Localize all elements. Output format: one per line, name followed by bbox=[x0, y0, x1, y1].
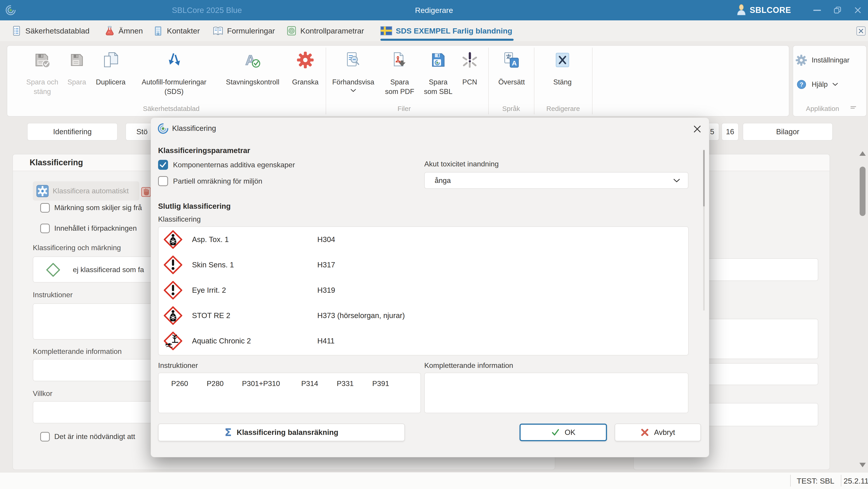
settings-button[interactable]: Inställningar bbox=[796, 54, 849, 66]
tab-label: Kontrollparametrar bbox=[300, 27, 364, 35]
classification-row[interactable]: Asp. Tox. 1 H304 bbox=[158, 227, 688, 252]
classification-row[interactable]: Eye Irrit. 2 H319 bbox=[158, 278, 688, 303]
pcn-button[interactable]: PCN bbox=[457, 50, 482, 107]
user-account-icon[interactable] bbox=[736, 4, 747, 16]
autofill-formulations-button[interactable]: Autofill-formuleringar(SDS) bbox=[130, 50, 218, 107]
save-and-close-button: Spara ochstäng bbox=[20, 50, 65, 107]
labeling-differs-checkbox[interactable] bbox=[40, 203, 50, 212]
group-options-icon[interactable] bbox=[850, 106, 857, 111]
p-code: P331 bbox=[337, 379, 354, 388]
tab-label: SDS EXEMPEL Farlig blandning bbox=[396, 27, 512, 35]
check-icon bbox=[551, 428, 560, 437]
environment-indicator: TEST: SBL bbox=[794, 472, 837, 489]
classification-list: Asp. Tox. 1 H304 Skin Sens. 1 H317 Eye I… bbox=[158, 226, 689, 355]
statusbar: TEST: SBL 25.2.11 bbox=[0, 472, 868, 489]
version-number: 25.2.11 bbox=[844, 472, 866, 489]
dialog-supplementary-field[interactable] bbox=[424, 373, 688, 413]
document-list-icon bbox=[11, 25, 22, 36]
ribbon-separator bbox=[534, 48, 534, 114]
cancel-button[interactable]: Avbryt bbox=[615, 424, 701, 441]
save-close-icon bbox=[33, 50, 51, 70]
preview-icon bbox=[344, 50, 362, 70]
statusbar-separator bbox=[790, 475, 790, 487]
dialog-close-button[interactable] bbox=[692, 124, 703, 135]
dialog-supplementary-label: Kompletterande information bbox=[424, 361, 513, 370]
red-x-icon bbox=[641, 428, 649, 437]
additive-properties-checkbox[interactable] bbox=[158, 160, 168, 170]
preview-button[interactable]: Förhandsvisa bbox=[329, 50, 378, 107]
review-button[interactable]: Granska bbox=[288, 50, 322, 107]
ribbon-group-label: Säkerhetsdatablad bbox=[110, 105, 232, 113]
help-button[interactable]: ? Hjälp bbox=[796, 79, 838, 90]
acute-toxicity-value: ånga bbox=[435, 176, 451, 185]
manual-classify-button[interactable] bbox=[141, 187, 151, 198]
dialog-instructions-label: Instruktioner bbox=[158, 361, 198, 370]
spellcheck-icon: A bbox=[244, 50, 261, 70]
dialog-scrollbar-thumb[interactable] bbox=[703, 150, 705, 206]
acute-toxicity-label: Akut toxicitet inandning bbox=[424, 160, 499, 168]
not-necessary-checkbox[interactable] bbox=[40, 432, 50, 441]
hazard-statement: H317 bbox=[317, 252, 335, 278]
save-as-sbl-button[interactable]: Sparasom SBL bbox=[421, 50, 456, 107]
additive-properties-label: Komponenternas additiva egenskaper bbox=[173, 161, 295, 169]
tab-sds-exempel[interactable]: SDS EXEMPEL Farlig blandning bbox=[380, 20, 514, 41]
ribbon-separator bbox=[488, 48, 489, 114]
p-code: P391 bbox=[372, 379, 389, 388]
svg-text:?: ? bbox=[800, 81, 803, 88]
tab-label: Säkerhetsdatablad bbox=[25, 27, 90, 35]
package-contents-checkbox[interactable] bbox=[40, 224, 50, 233]
scroll-down-arrow[interactable] bbox=[859, 463, 866, 467]
hand-stop-icon bbox=[141, 187, 151, 197]
close-window-button[interactable] bbox=[848, 0, 868, 20]
classification-row[interactable]: STOT RE 2 H373 (hörselorgan, njurar) bbox=[158, 303, 688, 328]
minimize-button[interactable] bbox=[807, 0, 827, 20]
ribbon-group-label: Applikation bbox=[793, 105, 852, 113]
save-as-pdf-button[interactable]: Sparasom PDF bbox=[380, 50, 419, 107]
green-diamond-icon bbox=[46, 262, 61, 277]
classification-row[interactable]: Aquatic Chronic 2 H411 bbox=[158, 328, 688, 354]
section-tab-16[interactable]: 16 bbox=[721, 123, 739, 141]
help-icon: ? bbox=[796, 79, 807, 90]
auto-classify-gear-icon bbox=[36, 184, 49, 198]
scrollbar-thumb[interactable] bbox=[860, 167, 866, 216]
close-tab-button[interactable] bbox=[856, 26, 866, 37]
tab-kontrollparametrar[interactable]: Kontrollparametrar bbox=[286, 20, 364, 41]
auto-classify-button: Klassificera automatiskt bbox=[33, 181, 139, 201]
dialog-title: Klassificering bbox=[172, 124, 216, 133]
translate-button[interactable]: A Översätt bbox=[492, 50, 531, 107]
close-editor-button[interactable]: Stäng bbox=[547, 50, 578, 107]
section-tab-identifiering[interactable]: Identifiering bbox=[27, 123, 118, 141]
save-icon bbox=[68, 50, 85, 70]
spellcheck-button[interactable]: A Stavningskontroll bbox=[218, 50, 288, 107]
duplicate-button[interactable]: Duplicera bbox=[91, 50, 130, 107]
tab-kontakter[interactable]: Kontakter bbox=[153, 20, 200, 41]
acute-toxicity-select[interactable]: ånga bbox=[424, 172, 688, 189]
statusbar-separator bbox=[841, 475, 841, 487]
precautionary-statements-field[interactable]: P260 P280 P301+P310 P314 P331 P391 bbox=[158, 373, 421, 413]
section-tab-bilagor[interactable]: Bilagor bbox=[743, 123, 833, 141]
user-name[interactable]: SBLCORE bbox=[750, 5, 791, 15]
not-necessary-label: Det är inte nödvändigt att bbox=[54, 432, 135, 441]
final-heading: Slutlig klassificering bbox=[158, 202, 231, 210]
tab-amnen[interactable]: Ämnen bbox=[104, 20, 143, 41]
scroll-up-arrow[interactable] bbox=[859, 151, 866, 156]
minimize-icon bbox=[813, 10, 821, 11]
not-classified-text: ej klassificerad som fa bbox=[73, 265, 144, 274]
params-heading: Klassificeringsparametrar bbox=[158, 146, 250, 155]
instructions-label: Instruktioner bbox=[33, 291, 72, 299]
dialog-scrollbar[interactable] bbox=[703, 150, 705, 311]
maximize-button[interactable] bbox=[827, 0, 848, 20]
p-code: P314 bbox=[301, 379, 318, 388]
tab-sakerhetsdatablad[interactable]: Säkerhetsdatablad bbox=[11, 20, 90, 41]
titlebar: SBLCore 2025 Blue Redigerare SBLCORE bbox=[0, 0, 868, 20]
tab-formuleringar[interactable]: Formuleringar bbox=[213, 20, 275, 41]
ribbon-separator bbox=[592, 48, 592, 114]
partial-recalculation-checkbox[interactable] bbox=[158, 176, 168, 186]
hazard-class: Eye Irrit. 2 bbox=[192, 278, 226, 303]
hazard-statement: H373 (hörselorgan, njurar) bbox=[317, 303, 405, 328]
ok-button[interactable]: OK bbox=[520, 424, 607, 441]
classification-row[interactable]: Skin Sens. 1 H317 bbox=[158, 252, 688, 278]
ribbon-main-panel: Spara ochstäng Spara Duplicera Autofill-… bbox=[7, 45, 789, 117]
classification-balance-button[interactable]: Σ Klassificering balansräkning bbox=[158, 424, 405, 441]
ghs08-health-hazard-icon bbox=[163, 306, 183, 326]
